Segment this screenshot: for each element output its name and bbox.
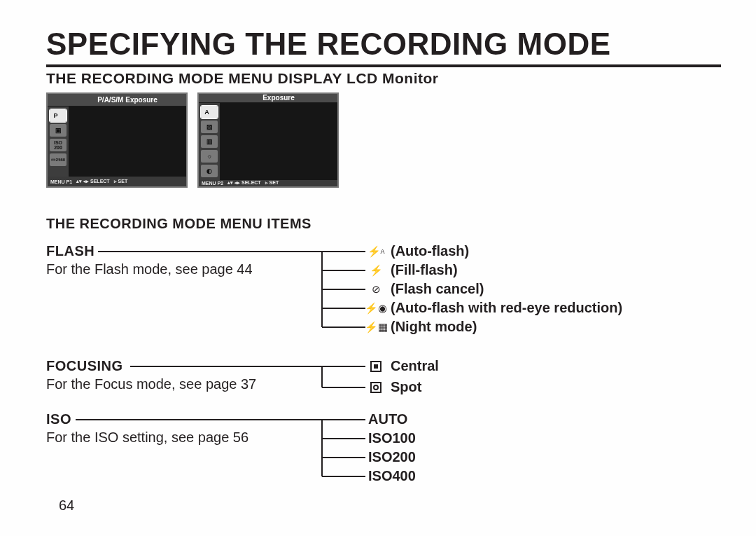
focus-central-icon — [368, 359, 384, 373]
lcd2-footer: MENU P2 ▴▾ ◂▸ SELECT ▹ SET — [199, 180, 337, 186]
page-title: SPECIFYING THE RECORDING MODE — [46, 27, 721, 62]
flash-option-redeye: ⚡◉ (Auto-flash with red-eye reduction) — [368, 300, 622, 316]
section-header-display: THE RECORDING MODE MENU DISPLAY LCD Moni… — [46, 70, 721, 87]
flash-option-auto: ⚡A (Auto-flash) — [368, 243, 469, 259]
iso-option-auto: AUTO — [368, 411, 407, 427]
flash-option-fill: ⚡ (Fill-flash) — [368, 262, 458, 278]
iso-connector — [76, 420, 371, 483]
lcd-row: P/A/S/M Exposure P ▣ ISO200 ▭2560 MENU P… — [46, 92, 721, 188]
chevron-right-icon — [59, 113, 63, 118]
focus-spot-icon — [368, 380, 384, 394]
menu-items-grid: FLASH For the Flash mode, see page 44 ⚡A… — [46, 243, 721, 488]
lcd2-main — [220, 103, 337, 180]
lcd2-mode-icon: A — [201, 106, 218, 118]
lcd2-sharp-icon: ▥ — [201, 135, 218, 148]
lcd2-contrast-icon: ◐ — [201, 165, 218, 177]
lcd1-title: P/A/S/M Exposure — [48, 94, 186, 106]
lcd1-sidebar: P ▣ ISO200 ▭2560 — [48, 106, 69, 177]
lcd1-mode-icon: P — [50, 109, 66, 122]
lcd2-wb-icon: ▨ — [201, 121, 218, 133]
lcd2-sidebar: A ▨ ▥ ☼ ◐ — [199, 103, 220, 180]
lcd-panel-1: P/A/S/M Exposure P ▣ ISO200 ▭2560 MENU P… — [46, 92, 188, 188]
focusing-label: FOCUSING — [46, 358, 123, 374]
flash-option-cancel: ⊘ (Flash cancel) — [368, 281, 484, 297]
flash-redeye-icon: ⚡◉ — [368, 301, 384, 315]
lcd2-bright-icon: ☼ — [201, 150, 218, 163]
flash-cancel-icon: ⊘ — [368, 282, 384, 296]
flash-connector — [98, 252, 371, 336]
lcd1-footer: MENU P1 ▴▾ ◂▸ SELECT ▹ SET — [48, 177, 186, 186]
section-header-items: THE RECORDING MODE MENU ITEMS — [46, 216, 721, 232]
iso-option-400: ISO400 — [368, 468, 416, 484]
lcd1-focus-icon: ▣ — [50, 124, 66, 137]
lcd1-size-icon: ▭2560 — [50, 153, 66, 166]
lcd-panel-2: Exposure A ▨ ▥ ☼ ◐ MENU P2 ▴▾ ◂▸ SELECT … — [197, 92, 339, 188]
flash-fill-icon: ⚡ — [368, 263, 384, 277]
lcd1-main — [69, 106, 186, 177]
focus-option-spot: Spot — [368, 379, 421, 395]
flash-label: FLASH — [46, 243, 94, 259]
flash-option-night: ⚡▦ (Night mode) — [368, 319, 477, 335]
iso-option-200: ISO200 — [368, 449, 416, 465]
flash-auto-icon: ⚡A — [368, 245, 384, 259]
focusing-connector — [130, 366, 371, 394]
flash-night-icon: ⚡▦ — [368, 320, 384, 334]
iso-option-100: ISO100 — [368, 430, 416, 446]
iso-label: ISO — [46, 411, 71, 427]
page-number: 64 — [59, 497, 74, 514]
lcd1-iso-icon: ISO200 — [50, 139, 66, 151]
lcd2-title: Exposure — [199, 94, 337, 103]
focus-option-central: Central — [368, 358, 439, 374]
chevron-right-icon — [211, 109, 214, 115]
title-rule — [46, 64, 721, 67]
